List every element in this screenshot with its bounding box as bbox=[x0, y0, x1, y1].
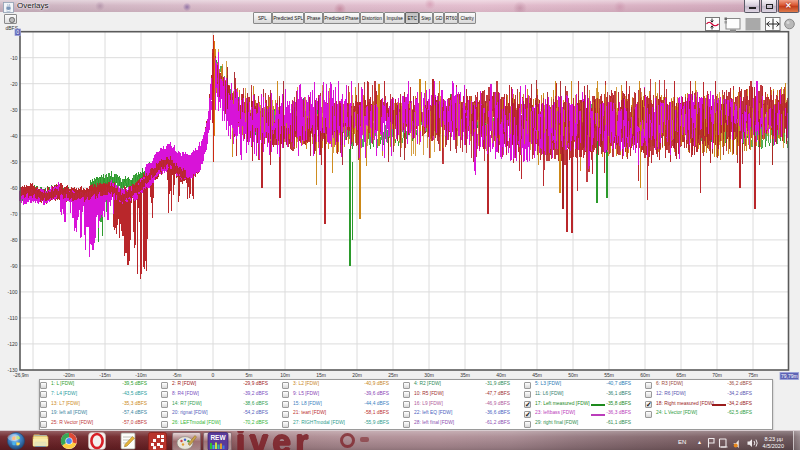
svg-text:70m: 70m bbox=[712, 372, 722, 378]
svg-text:45m: 45m bbox=[532, 372, 542, 378]
svg-text:-120: -120 bbox=[7, 341, 17, 347]
svg-text:-40: -40 bbox=[10, 133, 17, 139]
svg-text:-10m: -10m bbox=[135, 372, 146, 378]
svg-text:-70: -70 bbox=[10, 211, 17, 217]
svg-text:75m: 75m bbox=[748, 372, 758, 378]
svg-text:60m: 60m bbox=[640, 372, 650, 378]
svg-text:5m: 5m bbox=[246, 372, 253, 378]
svg-text:40m: 40m bbox=[496, 372, 506, 378]
svg-text:0: 0 bbox=[212, 372, 215, 378]
svg-text:-100: -100 bbox=[7, 289, 17, 295]
svg-text:-60: -60 bbox=[10, 185, 17, 191]
svg-text:-80: -80 bbox=[10, 237, 17, 243]
svg-text:-110: -110 bbox=[8, 315, 18, 321]
svg-text:-5m: -5m bbox=[173, 372, 182, 378]
svg-text:20m: 20m bbox=[352, 372, 362, 378]
svg-text:50m: 50m bbox=[568, 372, 578, 378]
svg-text:-30: -30 bbox=[10, 107, 17, 113]
svg-text:30m: 30m bbox=[424, 372, 434, 378]
svg-text:10m: 10m bbox=[280, 372, 290, 378]
svg-text:79,79m: 79,79m bbox=[781, 373, 798, 379]
svg-text:15m: 15m bbox=[316, 372, 326, 378]
svg-text:-26,9m: -26,9m bbox=[13, 372, 29, 378]
svg-text:35m: 35m bbox=[460, 372, 470, 378]
svg-text:25m: 25m bbox=[388, 372, 398, 378]
svg-text:-20m: -20m bbox=[63, 372, 74, 378]
svg-text:65m: 65m bbox=[676, 372, 686, 378]
svg-text:-10: -10 bbox=[10, 55, 17, 61]
svg-text:-50: -50 bbox=[10, 159, 17, 165]
svg-text:0: 0 bbox=[16, 29, 19, 35]
svg-text:-20: -20 bbox=[10, 81, 17, 87]
svg-text:55m: 55m bbox=[604, 372, 614, 378]
svg-text:-90: -90 bbox=[10, 263, 17, 269]
svg-text:-15m: -15m bbox=[99, 372, 110, 378]
svg-text:REW: REW bbox=[210, 434, 226, 441]
